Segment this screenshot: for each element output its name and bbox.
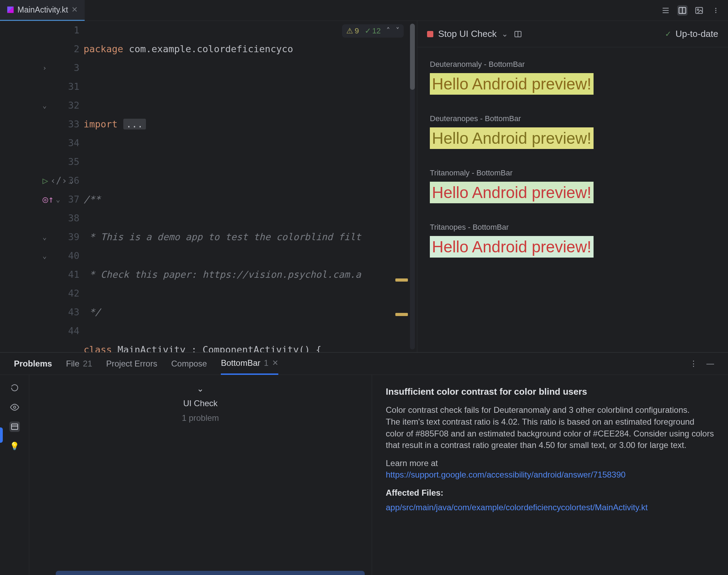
tab-compose[interactable]: Compose bbox=[171, 353, 207, 375]
prev-highlight-icon[interactable]: ˄ bbox=[386, 26, 390, 36]
learn-more-link[interactable]: https://support.google.com/accessibility… bbox=[386, 470, 626, 479]
editor-scrollbar[interactable] bbox=[410, 24, 415, 349]
svg-point-14 bbox=[13, 406, 16, 409]
affected-files-heading: Affected Files: bbox=[386, 487, 714, 499]
tab-file[interactable]: File21 bbox=[66, 353, 92, 375]
split-view-icon[interactable] bbox=[677, 5, 688, 16]
fold-icon[interactable]: ⌄ bbox=[56, 190, 60, 209]
toolwindow-stripe-indicator[interactable] bbox=[0, 427, 3, 443]
tree-root[interactable]: ⌄ UI Check 1 problem bbox=[36, 381, 365, 569]
file-tab[interactable]: MainActivity.kt ✕ bbox=[0, 0, 85, 21]
preview-label: Tritanopes - BottomBar bbox=[430, 223, 715, 232]
scrollbar-thumb[interactable] bbox=[410, 24, 415, 90]
preview-item[interactable]: Tritanopes - BottomBar Hello Android pre… bbox=[430, 223, 715, 258]
problems-toolbar: 💡 bbox=[0, 375, 29, 575]
preview-item[interactable]: Deuteranopes - BottomBar Hello Android p… bbox=[430, 114, 715, 149]
code-editor[interactable]: ⚠9 ✓12 ˄ ˅ 1 2 ›3 31 ⌄32 33 34 35 bbox=[0, 21, 417, 352]
run-gutter-icon[interactable]: ▷ bbox=[42, 171, 48, 190]
svg-rect-15 bbox=[11, 424, 18, 430]
warning-count: 9 bbox=[355, 26, 359, 36]
override-gutter-icon[interactable]: ◎↑ bbox=[42, 190, 54, 209]
affected-file-link[interactable]: app/src/main/java/com/example/colordefic… bbox=[386, 503, 648, 512]
preview-item[interactable]: Deuteranomaly - BottomBar Hello Android … bbox=[430, 60, 715, 95]
svg-point-10 bbox=[715, 10, 716, 11]
svg-point-8 bbox=[697, 9, 699, 10]
fold-icon[interactable]: ⌄ bbox=[42, 228, 47, 246]
fold-icon[interactable]: ⌄ bbox=[42, 246, 47, 265]
detail-heading: Insufficient color contrast for color bl… bbox=[386, 385, 714, 398]
preview-status: Up-to-date bbox=[675, 29, 718, 39]
close-icon[interactable]: ✕ bbox=[71, 5, 78, 14]
stop-ui-check-button[interactable]: Stop UI Check bbox=[438, 29, 497, 39]
preview-render: Hello Android preview! bbox=[430, 73, 594, 95]
preview-label: Deuteranopes - BottomBar bbox=[430, 114, 715, 123]
stop-icon bbox=[427, 31, 433, 37]
problems-title[interactable]: Problems bbox=[14, 353, 52, 375]
warning-stripe[interactable] bbox=[395, 278, 408, 282]
intention-bulb-icon[interactable]: 💡 bbox=[9, 441, 20, 451]
problem-detail: Insufficient color contrast for color bl… bbox=[372, 375, 728, 575]
checkmark-icon: ✓ bbox=[365, 26, 371, 36]
warning-icon: ⚠ bbox=[346, 26, 353, 36]
image-view-icon[interactable] bbox=[694, 5, 704, 16]
editor-tabbar: MainActivity.kt ✕ bbox=[0, 0, 728, 21]
problems-panel: Problems File21 Project Errors Compose B… bbox=[0, 352, 728, 575]
checkmark-icon: ✓ bbox=[665, 30, 671, 39]
code-content[interactable]: package com.example.colordeficiencyco im… bbox=[84, 21, 417, 352]
visibility-icon[interactable] bbox=[9, 402, 20, 412]
chevron-down-icon[interactable]: ⌄ bbox=[197, 384, 204, 394]
preview-viewport[interactable]: Deuteranomaly - BottomBar Hello Android … bbox=[417, 47, 728, 352]
svg-point-11 bbox=[715, 12, 716, 13]
preview-item[interactable]: Tritanomaly - BottomBar Hello Android pr… bbox=[430, 168, 715, 203]
next-highlight-icon[interactable]: ˅ bbox=[396, 26, 400, 36]
tab-bottombar[interactable]: BottomBar1✕ bbox=[221, 353, 278, 375]
warning-stripe[interactable] bbox=[395, 313, 408, 316]
preview-label: Deuteranomaly - BottomBar bbox=[430, 60, 715, 69]
preview-label: Tritanomaly - BottomBar bbox=[430, 168, 715, 178]
detail-paragraph: Color contrast check fails for Deuterano… bbox=[386, 404, 714, 451]
svg-point-9 bbox=[715, 8, 716, 9]
kotlin-file-icon bbox=[7, 6, 14, 13]
file-tab-name: MainActivity.kt bbox=[17, 5, 68, 15]
ok-count: 12 bbox=[372, 26, 381, 36]
tab-project-errors[interactable]: Project Errors bbox=[106, 353, 157, 375]
compose-preview-panel: Stop UI Check ⌄ ✓ Up-to-date Deuteranoma… bbox=[417, 21, 728, 352]
preview-render: Hello Android preview! bbox=[430, 127, 594, 149]
problems-tree[interactable]: ⌄ UI Check 1 problem ⚠ Insufficient colo… bbox=[29, 375, 372, 575]
chevron-down-icon[interactable]: ⌄ bbox=[502, 30, 508, 39]
more-icon[interactable] bbox=[711, 5, 721, 16]
line-gutter: 1 2 ›3 31 ⌄32 33 34 35 ▷‹/›⌄36 ◎↑⌄37 38 … bbox=[0, 21, 84, 352]
fold-icon[interactable]: ⌄ bbox=[42, 96, 47, 115]
preview-render: Hello Android preview! bbox=[430, 236, 594, 258]
preview-render: Hello Android preview! bbox=[430, 182, 594, 203]
detail-learn-more: Learn more athttps://support.google.com/… bbox=[386, 457, 714, 481]
tree-issue[interactable]: ⚠ Insufficient color contrast for color … bbox=[56, 571, 365, 575]
fold-icon[interactable]: › bbox=[42, 58, 47, 77]
more-icon[interactable]: ⋮ bbox=[690, 359, 697, 368]
layout-options-icon[interactable] bbox=[513, 29, 523, 39]
minimize-icon[interactable]: — bbox=[706, 359, 714, 368]
close-icon[interactable]: ✕ bbox=[272, 359, 278, 368]
fold-icon[interactable]: ⌄ bbox=[69, 171, 73, 190]
details-toggle-icon[interactable] bbox=[9, 422, 20, 432]
refresh-icon[interactable] bbox=[9, 383, 20, 393]
inspections-widget[interactable]: ⚠9 ✓12 ˄ ˅ bbox=[342, 24, 404, 38]
view-list-icon[interactable] bbox=[660, 5, 671, 16]
